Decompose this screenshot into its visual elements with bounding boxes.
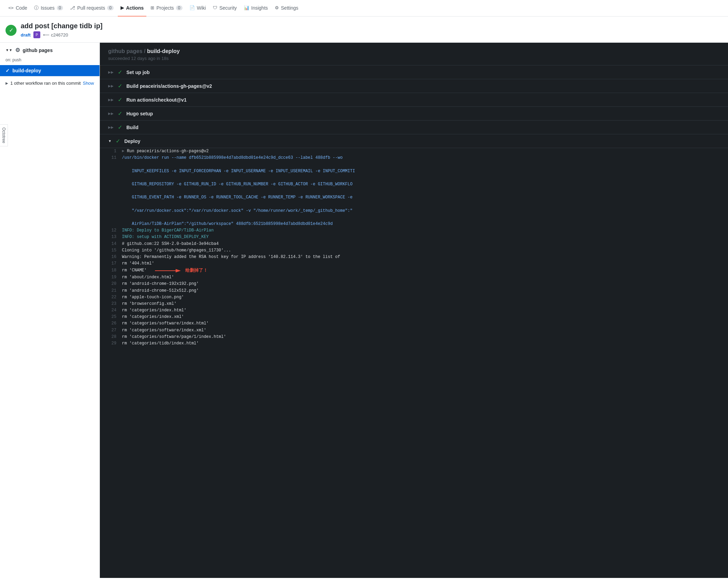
step-deploy[interactable]: ▼ ✓ Deploy bbox=[100, 134, 728, 148]
log-line: 13 INFO: setup with ACTIONS_DEPLOY_KEY bbox=[100, 234, 728, 240]
check-icon: ✓ bbox=[9, 27, 13, 33]
log-line: 28 rm 'categories/software/page/1/index.… bbox=[100, 334, 728, 340]
log-line: 23 rm 'browserconfig.xml' bbox=[100, 301, 728, 307]
log-line: 24 rm 'categories/index.html' bbox=[100, 307, 728, 314]
show-link[interactable]: Show bbox=[83, 81, 94, 86]
top-nav: <> Code ⓘ Issues 0 ⎇ Pull requests 0 ▶ A… bbox=[0, 0, 728, 17]
step-chevron-right-icon: ▶ bbox=[108, 125, 114, 129]
other-workflow-text: ▶ 1 other workflow ran on this commit bbox=[6, 81, 81, 86]
workflow-chevron-down-icon[interactable]: ▼ bbox=[6, 48, 12, 52]
issues-icon: ⓘ bbox=[34, 5, 39, 11]
step-name: Set up job bbox=[126, 70, 150, 75]
commit-info: add post [change tidb ip] draft P ⟵ c246… bbox=[21, 22, 103, 38]
sidebar-job-label: build-deploy bbox=[12, 68, 41, 73]
breadcrumb-job: build-deploy bbox=[147, 48, 180, 54]
step-name: Build bbox=[126, 125, 138, 130]
nav-settings[interactable]: ⚙ Settings bbox=[272, 0, 301, 17]
log-line: 17 rm '404.html' bbox=[100, 260, 728, 267]
commit-status-icon: ✓ bbox=[6, 25, 17, 36]
workflow-icon: ⚙ bbox=[15, 47, 20, 53]
log-line: 14 # github.com:22 SSH-2.0-babeld-3e94cb… bbox=[100, 241, 728, 247]
insights-icon: 📊 bbox=[244, 5, 249, 10]
commit-title: add post [change tidb ip] bbox=[21, 22, 103, 30]
workflow-name: github pages bbox=[23, 48, 53, 53]
content-area: github pages / build-deploy succeeded 12… bbox=[100, 43, 728, 578]
log-line: 1 ► Run peaceiris/actions-gh-pages@v2 bbox=[100, 148, 728, 155]
log-line: 25 rm 'categories/index.xml' bbox=[100, 314, 728, 320]
step-chevron-down-icon: ▼ bbox=[108, 139, 112, 143]
security-icon: 🛡 bbox=[213, 5, 217, 10]
log-line: 27 rm 'categories/software/index.xml' bbox=[100, 327, 728, 334]
nav-actions[interactable]: ▶ Actions bbox=[118, 0, 146, 17]
step-chevron-right-icon: ▶ bbox=[108, 112, 114, 115]
svg-marker-1 bbox=[176, 269, 181, 272]
breadcrumb-workflow: github pages bbox=[108, 48, 143, 54]
step-chevron-right-icon: ▶ bbox=[108, 84, 114, 88]
step-build-peaceiris[interactable]: ▶ ✓ Build peaceiris/actions-gh-pages@v2 bbox=[100, 79, 728, 93]
step-chevron-right-icon: ▶ bbox=[108, 70, 114, 74]
projects-icon: ⊞ bbox=[150, 5, 154, 10]
nav-wiki[interactable]: 📄 Wiki bbox=[187, 0, 209, 17]
sidebar: ▼ ⚙ github pages on: push ✓ build-deploy… bbox=[0, 43, 100, 578]
log-line: 12 INFO: Deploy to BigerCAP/TiDB-AirPlan bbox=[100, 227, 728, 234]
nav-pull-requests[interactable]: ⎇ Pull requests 0 bbox=[67, 0, 116, 17]
step-build[interactable]: ▶ ✓ Build bbox=[100, 121, 728, 134]
log-line: 19 rm 'about/index.html' bbox=[100, 274, 728, 281]
workflow-header: ▼ ⚙ github pages bbox=[0, 43, 100, 58]
step-setup-job[interactable]: ▶ ✓ Set up job bbox=[100, 65, 728, 79]
commit-hash: ⟵ c246720 bbox=[43, 32, 68, 38]
workflow-subtitle: on: push bbox=[0, 58, 100, 65]
nav-projects[interactable]: ⊞ Projects 0 bbox=[148, 0, 185, 17]
nav-insights[interactable]: 📊 Insights bbox=[241, 0, 271, 17]
commit-meta: draft P ⟵ c246720 bbox=[21, 31, 103, 38]
step-name: Deploy bbox=[124, 138, 141, 144]
job-title: github pages / build-deploy bbox=[108, 48, 720, 54]
other-workflow-section: ▶ 1 other workflow ran on this commit Sh… bbox=[0, 76, 100, 90]
step-check-icon: ✓ bbox=[116, 138, 120, 144]
job-check-icon: ✓ bbox=[6, 68, 10, 73]
log-line: 20 rm 'android-chrome-192x192.png' bbox=[100, 281, 728, 287]
nav-issues[interactable]: ⓘ Issues 0 bbox=[31, 0, 66, 17]
chevron-right-icon[interactable]: ▶ bbox=[6, 81, 8, 85]
step-run-checkout[interactable]: ▶ ✓ Run actions/checkout@v1 bbox=[100, 93, 728, 107]
wiki-icon: 📄 bbox=[189, 5, 195, 10]
job-header: github pages / build-deploy succeeded 12… bbox=[100, 43, 728, 65]
log-line-annotated: 18 rm 'CNAME' 给删掉了！ bbox=[100, 267, 728, 274]
step-check-icon: ✓ bbox=[118, 124, 122, 131]
step-check-icon: ✓ bbox=[118, 83, 122, 89]
code-icon: <> bbox=[8, 5, 14, 10]
step-name: Run actions/checkout@v1 bbox=[126, 97, 187, 103]
octotree-tab[interactable]: Octotree bbox=[0, 124, 8, 146]
nav-security[interactable]: 🛡 Security bbox=[210, 0, 240, 17]
step-hugo-setup[interactable]: ▶ ✓ Hugo setup bbox=[100, 107, 728, 121]
annotation-text: 给删掉了！ bbox=[185, 267, 208, 274]
step-chevron-right-icon: ▶ bbox=[108, 98, 114, 102]
pull-request-icon: ⎇ bbox=[70, 5, 75, 10]
commit-hash-icon: ⟵ bbox=[43, 32, 50, 38]
draft-badge: draft bbox=[21, 32, 31, 38]
step-check-icon: ✓ bbox=[118, 69, 122, 75]
step-name: Hugo setup bbox=[126, 111, 153, 116]
actions-icon: ▶ bbox=[121, 5, 124, 10]
nav-code[interactable]: <> Code bbox=[6, 0, 30, 17]
commit-header: ✓ add post [change tidb ip] draft P ⟵ c2… bbox=[0, 17, 728, 43]
step-name: Build peaceiris/actions-gh-pages@v2 bbox=[126, 83, 212, 89]
step-check-icon: ✓ bbox=[118, 110, 122, 117]
main-layout: ▼ ⚙ github pages on: push ✓ build-deploy… bbox=[0, 43, 728, 578]
log-line: 15 Cloning into '/github/home/ghpages_11… bbox=[100, 247, 728, 254]
annotation-arrow: 给删掉了！ bbox=[155, 267, 208, 274]
log-line: 29 rm 'categories/tidb/index.html' bbox=[100, 340, 728, 347]
log-line: 22 rm 'apple-touch-icon.png' bbox=[100, 294, 728, 301]
log-line: 11 /usr/bin/docker run --name dfb6521b88… bbox=[100, 155, 728, 227]
log-output: 1 ► Run peaceiris/actions-gh-pages@v2 11… bbox=[100, 148, 728, 347]
log-line: 21 rm 'android-chrome-512x512.png' bbox=[100, 288, 728, 294]
settings-icon: ⚙ bbox=[275, 5, 279, 10]
red-arrow-icon bbox=[155, 267, 183, 274]
log-line: 26 rm 'categories/software/index.html' bbox=[100, 320, 728, 327]
avatar: P bbox=[33, 31, 40, 38]
sidebar-job-build-deploy[interactable]: ✓ build-deploy bbox=[0, 65, 100, 76]
job-status: succeeded 12 days ago in 18s bbox=[108, 56, 720, 61]
log-line: 16 Warning: Permanently added the RSA ho… bbox=[100, 254, 728, 260]
step-check-icon: ✓ bbox=[118, 96, 122, 103]
